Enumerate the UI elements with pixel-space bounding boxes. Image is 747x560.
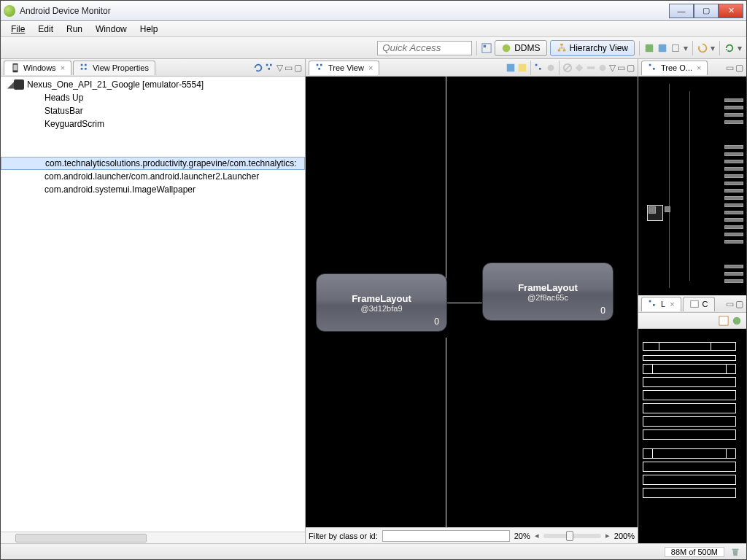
dump-displaylist-icon[interactable]: [597, 63, 608, 73]
svg-rect-12: [85, 64, 87, 66]
svg-rect-28: [587, 66, 595, 69]
close-icon[interactable]: ×: [697, 63, 701, 72]
middle-column: Tree View × ▽ ▭ ▢: [306, 59, 638, 543]
process-row[interactable]: com.android.systemui.ImageWallpaper: [1, 183, 305, 196]
tree-view-filterbar: Filter by class or id: 20% ◂ ▸ 200%: [306, 527, 638, 543]
svg-rect-16: [270, 63, 272, 66]
filter-input[interactable]: [382, 530, 510, 542]
close-icon[interactable]: ×: [61, 63, 65, 72]
close-icon[interactable]: ×: [670, 300, 674, 308]
svg-point-29: [600, 64, 606, 71]
tree-edge: [446, 303, 482, 303]
open-perspective-icon[interactable]: [481, 43, 492, 53]
process-row-selected[interactable]: com.technalyticsolutions.productivity.gr…: [1, 157, 305, 170]
zoom-slider[interactable]: [543, 534, 601, 538]
toolbar-dropdown-1[interactable]: ▾: [684, 43, 688, 53]
inspect-screenshot-icon[interactable]: [670, 43, 681, 53]
pane-minimize-icon[interactable]: ▭: [726, 299, 734, 309]
menu-run[interactable]: Run: [61, 23, 88, 36]
menu-help[interactable]: Help: [134, 23, 164, 36]
svg-rect-14: [85, 68, 87, 70]
zoom-left-icon[interactable]: ◂: [535, 531, 539, 540]
svg-rect-5: [562, 49, 565, 51]
save-icon[interactable]: [644, 43, 654, 53]
view-tree-icon: [648, 299, 658, 309]
menu-window[interactable]: Window: [90, 23, 133, 36]
svg-point-2: [503, 44, 511, 52]
tab-tree-view[interactable]: Tree View ×: [309, 61, 379, 75]
slider-thumb[interactable]: [566, 531, 573, 541]
windows-tree[interactable]: ◢ Nexus_One_API_21_Google [emulator-5554…: [1, 77, 305, 532]
pane-minimize-icon[interactable]: ▭: [617, 63, 625, 73]
sysui-row[interactable]: StatusBar: [1, 104, 305, 117]
view-tree-small-icon[interactable]: [534, 63, 544, 73]
tree-overview-canvas[interactable]: [638, 77, 746, 295]
tab-layout-view[interactable]: L ×: [641, 297, 681, 311]
scrollbar-thumb[interactable]: [15, 534, 147, 542]
pane-maximize-icon[interactable]: ▢: [627, 63, 635, 73]
device-icon: [10, 63, 20, 73]
perspective-ddms[interactable]: DDMS: [495, 40, 546, 56]
device-row[interactable]: ◢ Nexus_One_API_21_Google [emulator-5554…: [1, 78, 305, 91]
node-count-label: 0: [434, 316, 439, 327]
pane-maximize-icon[interactable]: ▢: [735, 299, 743, 309]
tab-tree-overview[interactable]: Tree O... ×: [641, 61, 708, 75]
svg-rect-19: [320, 64, 322, 66]
perspective-hierarchy[interactable]: Hierarchy View: [550, 40, 635, 56]
tab-view-properties-label: View Properties: [93, 63, 149, 72]
show-extras-icon[interactable]: [732, 316, 742, 326]
toolbar-dropdown-2[interactable]: ▾: [711, 43, 715, 53]
close-button[interactable]: ✕: [719, 4, 743, 18]
zoom-right-icon[interactable]: ▸: [605, 531, 610, 540]
tree-view-canvas[interactable]: FrameLayout @3d12bfa9 0 FrameLayout @2f8…: [306, 77, 638, 527]
svg-rect-30: [649, 64, 651, 66]
pane-view-menu[interactable]: ▽: [276, 63, 283, 73]
close-icon[interactable]: ×: [368, 63, 373, 72]
layout-tabs: L × C ▭ ▢: [638, 295, 746, 313]
menu-edit[interactable]: Edit: [32, 23, 59, 36]
layout-view-canvas[interactable]: [638, 329, 746, 543]
tab-windows[interactable]: Windows ×: [4, 61, 71, 75]
load-view-hierarchy-icon[interactable]: [265, 63, 275, 73]
hierarchy-icon: [557, 43, 567, 53]
dump-theme-icon[interactable]: [586, 63, 596, 73]
pane-minimize-icon[interactable]: ▭: [726, 63, 734, 73]
pane-view-menu[interactable]: ▽: [609, 63, 616, 73]
tree-node[interactable]: FrameLayout @2f8ac65c 0: [482, 262, 614, 321]
minimize-button[interactable]: —: [669, 4, 694, 18]
tab-console[interactable]: C: [683, 297, 715, 311]
refresh-windows-icon[interactable]: [253, 63, 263, 73]
svg-rect-33: [653, 304, 655, 306]
process-row[interactable]: com.android.launcher/com.android.launche…: [1, 170, 305, 183]
collapse-icon[interactable]: ◢: [7, 79, 14, 90]
maximize-button[interactable]: ▢: [694, 4, 719, 18]
toolbar-dropdown-3[interactable]: ▾: [738, 43, 742, 53]
sysui-row[interactable]: KeyguardScrim: [1, 117, 305, 131]
save-png-icon[interactable]: [506, 63, 516, 73]
window-title: Android Device Monitor: [20, 6, 669, 16]
invalidate-icon[interactable]: [562, 63, 573, 73]
reset-icon[interactable]: [697, 43, 708, 53]
tree-node[interactable]: FrameLayout @3d12bfa9 0: [316, 273, 447, 332]
sysui-row[interactable]: Heads Up: [1, 91, 305, 104]
capture-layers-icon[interactable]: [517, 63, 527, 73]
refresh-icon[interactable]: [724, 43, 735, 53]
svg-point-36: [733, 316, 741, 324]
menu-file[interactable]: File: [5, 23, 31, 36]
pane-maximize-icon[interactable]: ▢: [735, 63, 743, 73]
load-hierarchy-icon[interactable]: [657, 43, 667, 53]
quick-access-input[interactable]: [377, 41, 472, 55]
node-id-label: @2f8ac65c: [527, 293, 568, 302]
horizontal-scrollbar[interactable]: [1, 532, 305, 543]
titlebar[interactable]: Android Device Monitor — ▢ ✕: [1, 1, 746, 21]
pane-minimize-icon[interactable]: ▭: [285, 63, 293, 73]
trash-icon[interactable]: [730, 547, 740, 557]
svg-point-25: [548, 64, 554, 71]
pane-maximize-icon[interactable]: ▢: [294, 63, 302, 73]
profile-icon[interactable]: [546, 63, 556, 73]
request-layout-icon[interactable]: [574, 63, 584, 73]
on-black-icon[interactable]: [719, 316, 729, 326]
tab-view-properties[interactable]: View Properties: [73, 61, 155, 75]
perspective-ddms-label: DDMS: [514, 43, 540, 53]
tab-layout-view-label: L: [661, 300, 665, 308]
